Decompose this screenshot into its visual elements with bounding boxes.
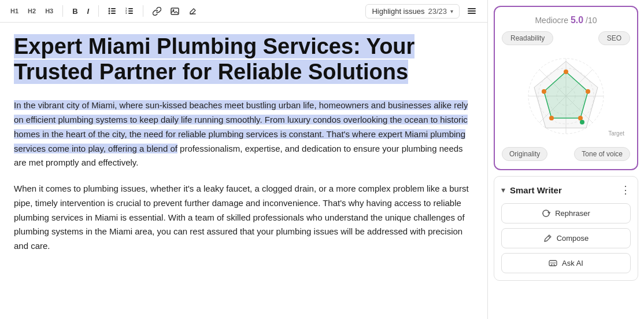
svg-point-2	[109, 10, 110, 12]
chevron-down-icon: ▾	[450, 8, 453, 14]
italic-button[interactable]: I	[84, 5, 93, 18]
compose-button[interactable]: Compose	[501, 228, 631, 248]
bullet-list-icon	[108, 7, 116, 15]
svg-rect-11	[128, 13, 133, 14]
highlight-count: 23/23	[428, 7, 447, 16]
score-tabs-top: Readability SEO	[502, 31, 630, 45]
h3-button[interactable]: H3	[42, 5, 57, 17]
paragraph-2[interactable]: When it comes to plumbing issues, whethe…	[14, 182, 473, 254]
numbered-list-icon: 1. 2. 3.	[125, 7, 134, 15]
insert-group	[149, 5, 201, 18]
rephraser-label: Rephraser	[555, 209, 590, 218]
tone-of-voice-tab[interactable]: Tone of voice	[574, 147, 630, 161]
svg-rect-5	[111, 13, 116, 14]
readability-tab[interactable]: Readability	[502, 31, 553, 45]
hamburger-icon	[467, 6, 477, 16]
article-title[interactable]: Expert Miami Plumbing Services: Your Tru…	[14, 34, 414, 84]
link-icon	[153, 7, 161, 16]
svg-rect-17	[468, 13, 476, 14]
ask-ai-label: Ask AI	[562, 259, 583, 267]
highlight-label: Highlight issues	[372, 7, 424, 16]
score-header: Mediocre 5.0 /10	[502, 15, 630, 25]
divider-1	[62, 5, 63, 17]
list-group: 1. 2. 3.	[105, 5, 137, 17]
originality-tab[interactable]: Originality	[502, 147, 547, 161]
heading-group: H1 H2 H3	[7, 5, 57, 17]
svg-rect-12	[171, 8, 179, 14]
svg-point-32	[542, 89, 546, 94]
paragraph-1[interactable]: In the vibrant city of Miami, where sun-…	[14, 98, 473, 170]
toolbar: H1 H2 H3 B I 1.	[0, 0, 487, 23]
eraser-button[interactable]	[185, 5, 201, 18]
target-label: Target	[608, 130, 624, 137]
score-card: Mediocre 5.0 /10 Readability SEO	[494, 6, 638, 170]
image-icon	[171, 7, 179, 16]
ask-ai-button[interactable]: Ask AI	[501, 253, 631, 273]
smart-writer-title: Smart Writer	[510, 185, 616, 195]
smart-writer-header: ▾ Smart Writer ⋮	[501, 184, 631, 196]
divider-3	[143, 5, 143, 17]
svg-point-0	[109, 8, 110, 10]
link-button[interactable]	[149, 5, 165, 18]
compose-icon	[543, 234, 552, 243]
editor-content[interactable]: Expert Miami Plumbing Services: Your Tru…	[0, 23, 487, 319]
svg-point-31	[549, 116, 554, 120]
image-button[interactable]	[167, 5, 183, 18]
svg-text:3.: 3.	[125, 12, 127, 14]
eraser-icon	[188, 7, 197, 16]
svg-rect-3	[111, 10, 116, 12]
rephraser-button[interactable]: Rephraser	[501, 203, 631, 223]
score-value: 5.0	[571, 15, 583, 25]
format-group: B I	[69, 5, 92, 18]
title-wrapper: Expert Miami Plumbing Services: Your Tru…	[14, 34, 473, 85]
bold-button[interactable]: B	[69, 5, 81, 18]
svg-rect-15	[468, 8, 476, 9]
divider-2	[98, 5, 99, 17]
svg-point-29	[586, 89, 590, 94]
smart-writer-section: ▾ Smart Writer ⋮ Rephraser Compose	[494, 176, 638, 281]
svg-point-4	[109, 13, 110, 14]
score-tabs-bottom: Originality Tone of voice	[502, 147, 630, 161]
svg-point-28	[564, 69, 568, 74]
quality-label: Mediocre	[535, 16, 568, 25]
svg-point-33	[580, 120, 584, 124]
highlight-issues-button[interactable]: Highlight issues 23/23 ▾	[365, 4, 460, 19]
h1-button[interactable]: H1	[7, 5, 22, 17]
main-menu-button[interactable]	[463, 3, 480, 19]
svg-rect-1	[111, 8, 116, 9]
numbered-list-button[interactable]: 1. 2. 3.	[122, 5, 137, 17]
svg-point-30	[578, 116, 583, 120]
radar-svg	[520, 50, 612, 142]
svg-rect-7	[128, 8, 133, 9]
svg-point-13	[173, 9, 175, 11]
smart-writer-collapse-icon[interactable]: ▾	[501, 185, 505, 195]
svg-rect-9	[128, 10, 133, 12]
rephraser-icon	[542, 209, 550, 218]
score-total: /10	[586, 16, 597, 25]
ask-ai-icon	[549, 259, 557, 267]
radar-chart: Target	[502, 50, 630, 142]
compose-label: Compose	[557, 234, 589, 243]
h2-button[interactable]: H2	[24, 5, 39, 17]
editor-area: H1 H2 H3 B I 1.	[0, 0, 488, 319]
seo-tab[interactable]: SEO	[598, 31, 630, 45]
svg-rect-16	[468, 10, 476, 12]
bullet-list-button[interactable]	[105, 5, 120, 17]
smart-writer-menu-icon[interactable]: ⋮	[620, 184, 631, 196]
right-panel: Mediocre 5.0 /10 Readability SEO	[488, 0, 644, 319]
